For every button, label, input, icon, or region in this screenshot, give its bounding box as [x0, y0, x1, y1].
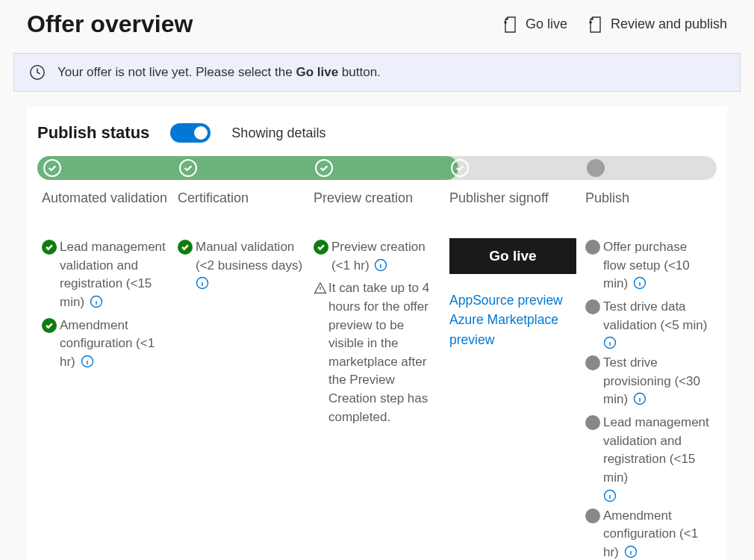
- content-card: Publish status Showing details Automated…: [27, 107, 727, 560]
- pending-icon: [585, 415, 600, 430]
- status-heading: Publish status: [37, 123, 149, 143]
- step-check-icon: [43, 159, 61, 177]
- info-icon[interactable]: [624, 545, 638, 559]
- info-icon[interactable]: [196, 276, 209, 290]
- check-icon: [178, 240, 193, 255]
- stage-certification: Certification Manual validation (<2 busi…: [173, 190, 309, 560]
- stage-publish: Publish Offer purchase flow setup (<10 m…: [581, 190, 717, 560]
- header-actions: Go live Review and publish: [503, 16, 727, 33]
- toggle-label: Showing details: [231, 125, 325, 141]
- list-item: Test drive provisioning (<30 min): [585, 354, 712, 409]
- go-live-header-button[interactable]: Go live: [503, 16, 567, 33]
- step-check-icon: [315, 159, 333, 177]
- info-icon[interactable]: [374, 258, 387, 272]
- check-icon: [42, 240, 57, 255]
- publish-icon: [503, 16, 518, 33]
- warning-icon: [314, 281, 327, 295]
- info-text: Your offer is not live yet. Please selec…: [57, 65, 381, 80]
- review-publish-button[interactable]: Review and publish: [588, 16, 727, 33]
- list-item: Lead management validation and registrat…: [585, 414, 712, 503]
- azure-marketplace-preview-link[interactable]: Azure Marketplace preview: [449, 310, 576, 349]
- list-item: Amendment configuration (<1 hr): [42, 317, 169, 372]
- page-header: Offer overview Go live Review and publis…: [0, 0, 754, 53]
- stage-automated-validation: Automated validation Lead management val…: [37, 190, 173, 560]
- appsource-preview-link[interactable]: AppSource preview: [449, 290, 576, 310]
- stage-publisher-signoff: Publisher signoff Go live AppSource prev…: [445, 190, 581, 560]
- list-item: Offer purchase flow setup (<10 min): [585, 238, 712, 293]
- list-item: Amendment configuration (<1 hr): [585, 507, 712, 560]
- info-icon[interactable]: [633, 276, 646, 290]
- pending-icon: [585, 355, 600, 370]
- check-icon: [42, 318, 57, 333]
- step-check-icon: [179, 159, 197, 177]
- progress-bar: [37, 156, 717, 180]
- info-icon[interactable]: [90, 295, 103, 308]
- step-pending-icon: [587, 159, 605, 177]
- check-icon: [314, 240, 328, 255]
- info-icon[interactable]: [603, 336, 617, 349]
- stage-columns: Automated validation Lead management val…: [37, 190, 717, 560]
- list-item: Lead management validation and registrat…: [42, 238, 169, 312]
- info-icon[interactable]: [81, 355, 94, 368]
- page-title: Offer overview: [27, 10, 503, 38]
- list-item: Manual validation (<2 business days): [178, 238, 305, 290]
- preview-warning: It can take up to 4 hours for the offer …: [314, 279, 440, 426]
- stage-preview-creation: Preview creation Preview creation (<1 hr…: [309, 190, 445, 560]
- info-banner: Your offer is not live yet. Please selec…: [13, 53, 741, 92]
- list-item: Test drive data validation (<5 min): [585, 298, 712, 349]
- info-icon[interactable]: [633, 392, 646, 405]
- pending-icon: [585, 508, 600, 523]
- clock-icon: [29, 64, 46, 81]
- step-check-icon: [451, 159, 469, 177]
- publish-icon: [588, 16, 603, 33]
- list-item: Preview creation (<1 hr): [314, 238, 440, 275]
- status-header: Publish status Showing details: [37, 123, 717, 156]
- pending-icon: [585, 240, 600, 255]
- pending-icon: [585, 299, 600, 314]
- details-toggle[interactable]: [170, 123, 211, 143]
- info-icon[interactable]: [603, 489, 617, 503]
- go-live-button[interactable]: Go live: [449, 238, 576, 274]
